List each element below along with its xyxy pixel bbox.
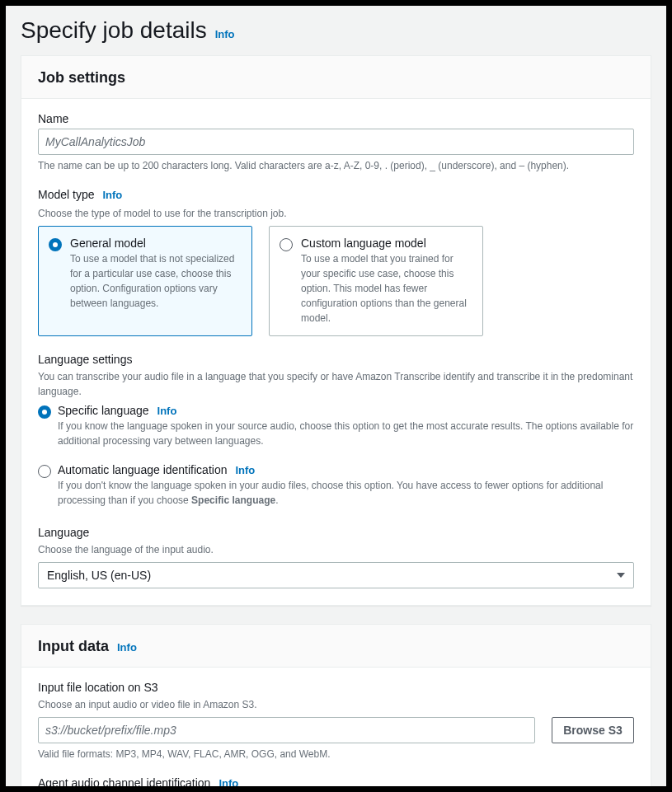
radio-icon — [280, 238, 293, 251]
auto-language-desc: If you don't know the language spoken in… — [58, 478, 634, 508]
agent-channel-info-link[interactable]: Info — [219, 777, 238, 786]
agent-channel-label: Agent audio channel identification — [38, 776, 210, 786]
specific-language-radio[interactable] — [38, 405, 51, 419]
job-settings-panel: Job settings Name The name can be up to … — [21, 55, 651, 606]
auto-language-label: Automatic language identification — [58, 463, 227, 476]
name-help: The name can be up to 200 characters lon… — [38, 160, 634, 171]
language-settings-label: Language settings — [38, 353, 634, 366]
model-type-label: Model type — [38, 188, 94, 201]
model-type-custom-tile[interactable]: Custom language model To use a model tha… — [269, 226, 483, 336]
language-label: Language — [38, 526, 634, 539]
input-data-heading: Input data — [38, 638, 109, 655]
specific-language-info-link[interactable]: Info — [157, 405, 177, 417]
input-location-label: Input file location on S3 — [38, 681, 634, 694]
model-type-info-link[interactable]: Info — [102, 189, 122, 201]
chevron-down-icon — [617, 573, 625, 578]
language-select-value: English, US (en-US) — [47, 569, 151, 582]
specific-language-desc: If you know the language spoken in your … — [58, 419, 634, 448]
model-type-general-desc: To use a model that is not specialized f… — [70, 251, 242, 311]
page-info-link[interactable]: Info — [215, 28, 235, 40]
browse-s3-button[interactable]: Browse S3 — [552, 717, 634, 743]
language-help: Choose the language of the input audio. — [38, 542, 634, 557]
model-type-custom-title: Custom language model — [301, 237, 472, 250]
input-location-help: Choose an input audio or video file in A… — [38, 697, 634, 712]
radio-icon — [49, 238, 62, 251]
input-data-panel: Input data Info Input file location on S… — [21, 624, 651, 786]
language-settings-help: You can transcribe your audio file in a … — [38, 369, 634, 399]
model-type-general-title: General model — [70, 237, 242, 250]
specific-language-label: Specific language — [58, 404, 149, 417]
auto-language-radio[interactable] — [38, 465, 51, 478]
name-input[interactable] — [38, 129, 634, 155]
input-location-formats: Valid file formats: MP3, MP4, WAV, FLAC,… — [38, 748, 634, 760]
auto-language-info-link[interactable]: Info — [235, 464, 255, 476]
name-label: Name — [38, 112, 634, 125]
input-data-info-link[interactable]: Info — [117, 641, 137, 654]
page-title: Specify job details — [21, 17, 207, 44]
model-type-custom-desc: To use a model that you trained for your… — [301, 251, 472, 326]
model-type-general-tile[interactable]: General model To use a model that is not… — [38, 226, 252, 336]
language-select[interactable]: English, US (en-US) — [38, 562, 634, 588]
input-location-input[interactable] — [38, 717, 535, 743]
model-type-help: Choose the type of model to use for the … — [38, 206, 634, 221]
job-settings-heading: Job settings — [38, 69, 125, 87]
